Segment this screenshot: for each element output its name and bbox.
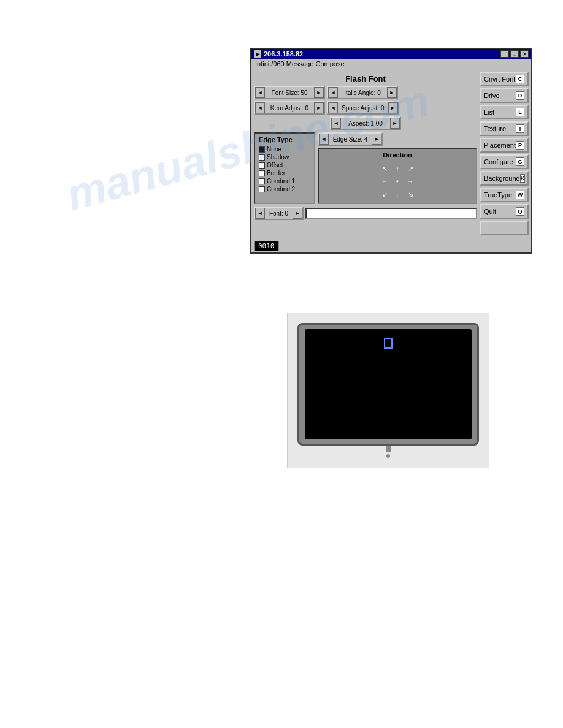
font-label: Font: 0 xyxy=(265,209,293,218)
edge-option-2[interactable]: Offset xyxy=(259,162,310,169)
aspect-control: ◄ Aspect: 1.00 ► xyxy=(330,116,401,130)
font-inc-btn[interactable]: ► xyxy=(293,208,302,219)
main-window: ▶ 206.3.158.82 _ □ ✕ Infinit/060 Message… xyxy=(250,48,532,254)
font-row: ◄ Font: 0 ► xyxy=(254,207,477,220)
side-btn-label-6: Background xyxy=(484,175,520,182)
side-btn-list[interactable]: ListL xyxy=(480,105,529,119)
edge-option-0[interactable]: None xyxy=(259,146,310,153)
monitor-outer xyxy=(297,323,479,446)
edge-size-control: ◄ Edge Size: 4 ► xyxy=(318,132,383,146)
side-btn-quit[interactable]: QuitQ xyxy=(480,204,529,219)
side-btn-cnvrt-font[interactable]: Cnvrt FontC xyxy=(480,72,529,86)
dir-center[interactable]: ✦ xyxy=(391,175,404,188)
edge-size-row: ◄ Edge Size: 4 ► xyxy=(318,132,477,146)
menu-text: Infinit/060 Message Compose xyxy=(255,60,345,67)
font-size-label: Font Size: 50 xyxy=(265,88,314,97)
font-control: ◄ Font: 0 ► xyxy=(254,207,304,220)
edge-option-label-2: Offset xyxy=(267,162,283,169)
font-size-inc-btn[interactable]: ► xyxy=(314,87,324,98)
direction-area: ◄ Edge Size: 4 ► Direction ↖ ↑ ↗ xyxy=(318,132,477,204)
side-btn-truetype[interactable]: TrueTypeW xyxy=(480,188,529,202)
minimize-button[interactable]: _ xyxy=(500,50,509,58)
edge-option-4[interactable]: Combnd 1 xyxy=(259,178,310,184)
side-btn-configure[interactable]: ConfigureG xyxy=(480,154,529,169)
font-size-row: ◄ Font Size: 50 ► ◄ Italic Angle: 0 ► xyxy=(254,86,477,99)
side-btn-background[interactable]: BackgroundK xyxy=(480,171,529,186)
edge-checkbox-1[interactable] xyxy=(259,154,265,161)
side-btn-label-3: Texture xyxy=(484,125,506,132)
edge-size-dec-btn[interactable]: ◄ xyxy=(319,134,329,145)
edge-size-inc-btn[interactable]: ► xyxy=(372,134,381,145)
title-bar-controls: _ □ ✕ xyxy=(500,50,529,58)
direction-title: Direction xyxy=(383,151,412,159)
dir-se[interactable]: ↘ xyxy=(404,188,416,200)
edge-checkbox-2[interactable] xyxy=(259,162,265,169)
font-dec-btn[interactable]: ◄ xyxy=(255,208,265,219)
left-panel: Flash Font ◄ Font Size: 50 ► ◄ Italic An… xyxy=(254,72,477,235)
edge-type-box: Edge Type NoneShadowOffsetBorderCombnd 1… xyxy=(254,132,315,204)
kern-inc-btn[interactable]: ► xyxy=(314,102,324,113)
edge-option-5[interactable]: Combnd 2 xyxy=(259,186,310,192)
monitor-base-dot xyxy=(386,454,390,458)
edge-option-3[interactable]: Border xyxy=(259,170,310,176)
space-adjust-control: ◄ Space Adjust: 0 ► xyxy=(327,101,399,115)
side-btn-drive[interactable]: DriveD xyxy=(480,88,529,103)
dir-e[interactable]: → xyxy=(404,175,416,188)
aspect-inc-btn[interactable]: ► xyxy=(390,118,400,129)
aspect-dec-btn[interactable]: ◄ xyxy=(331,118,341,129)
side-btn-label-2: List xyxy=(484,108,494,116)
italic-angle-control: ◄ Italic Angle: 0 ► xyxy=(327,86,398,99)
space-dec-btn[interactable]: ◄ xyxy=(328,102,338,113)
kern-row: ◄ Kern Adjust: 0 ► ◄ Space Adjust: 0 ► xyxy=(254,101,477,115)
edge-option-label-1: Shadow xyxy=(267,154,289,161)
edge-option-label-3: Border xyxy=(267,170,285,176)
edge-checkbox-4[interactable] xyxy=(259,178,265,184)
kern-adjust-control: ◄ Kern Adjust: 0 ► xyxy=(254,101,325,115)
title-bar: ▶ 206.3.158.82 _ □ ✕ xyxy=(251,49,531,59)
kern-adjust-label: Kern Adjust: 0 xyxy=(265,104,314,113)
space-adjust-label: Space Adjust: 0 xyxy=(338,104,388,113)
font-size-dec-btn[interactable]: ◄ xyxy=(255,87,265,98)
side-btn-label-1: Drive xyxy=(484,92,500,99)
edge-checkbox-3[interactable] xyxy=(259,170,265,176)
side-btn-label-8: Quit xyxy=(484,208,496,215)
side-btn-label-7: TrueType xyxy=(484,191,512,199)
menu-bar: Infinit/060 Message Compose xyxy=(251,59,531,69)
dir-n[interactable]: ↑ xyxy=(391,162,404,175)
dir-ne[interactable]: ↗ xyxy=(404,162,416,175)
side-btn-texture[interactable]: TextureT xyxy=(480,121,529,136)
side-btn-placement[interactable]: PlacementP xyxy=(480,138,529,153)
status-bar: 0010 xyxy=(251,238,531,252)
bottom-divider xyxy=(0,552,563,552)
side-btn-key-5: G xyxy=(516,157,524,166)
direction-arrows: ↖ ↑ ↗ ← ✦ → ↙ ↓ ↘ xyxy=(378,162,416,200)
italic-inc-btn[interactable]: ► xyxy=(387,87,397,98)
edge-checkbox-5[interactable] xyxy=(259,186,265,192)
edge-option-1[interactable]: Shadow xyxy=(259,154,310,161)
side-btn-label-4: Placement xyxy=(484,142,516,149)
space-inc-btn[interactable]: ► xyxy=(388,102,398,113)
monitor-cursor xyxy=(384,338,393,349)
side-btn-key-3: T xyxy=(516,124,524,133)
kern-dec-btn[interactable]: ◄ xyxy=(255,102,265,113)
status-code: 0010 xyxy=(254,241,279,251)
font-size-control: ◄ Font Size: 50 ► xyxy=(254,86,325,99)
dir-sw[interactable]: ↙ xyxy=(378,188,391,200)
edge-option-label-0: None xyxy=(267,146,282,153)
side-btn-label-5: Configure xyxy=(484,158,513,165)
dir-s[interactable]: ↓ xyxy=(391,188,404,200)
dir-nw[interactable]: ↖ xyxy=(378,162,391,175)
monitor-container xyxy=(287,313,489,468)
window-icon: ▶ xyxy=(254,50,261,58)
edge-checkbox-0[interactable] xyxy=(259,146,265,153)
dir-w[interactable]: ← xyxy=(378,175,391,188)
close-button[interactable]: ✕ xyxy=(520,50,529,58)
monitor-stand xyxy=(386,446,391,452)
monitor-screen xyxy=(305,329,472,439)
side-btn-key-2: L xyxy=(516,108,524,116)
italic-dec-btn[interactable]: ◄ xyxy=(328,87,338,98)
aspect-row: ◄ Aspect: 1.00 ► xyxy=(254,116,477,130)
font-text-input[interactable] xyxy=(305,208,477,219)
maximize-button[interactable]: □ xyxy=(510,50,519,58)
window-title: 206.3.158.82 xyxy=(264,50,303,58)
